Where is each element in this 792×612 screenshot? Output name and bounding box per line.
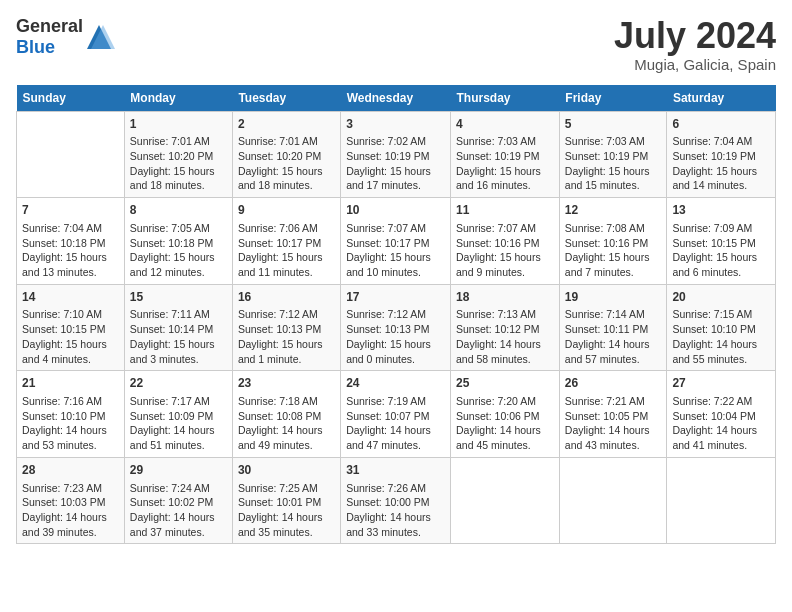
day-number: 8 bbox=[130, 202, 227, 219]
day-number: 17 bbox=[346, 289, 445, 306]
calendar-cell bbox=[451, 457, 560, 544]
day-number: 26 bbox=[565, 375, 662, 392]
calendar-cell: 12Sunrise: 7:08 AM Sunset: 10:16 PM Dayl… bbox=[559, 198, 667, 285]
day-info: Sunrise: 7:16 AM Sunset: 10:10 PM Daylig… bbox=[22, 394, 119, 453]
day-info: Sunrise: 7:03 AM Sunset: 10:19 PM Daylig… bbox=[456, 134, 554, 193]
calendar-cell: 18Sunrise: 7:13 AM Sunset: 10:12 PM Dayl… bbox=[451, 284, 560, 371]
main-title: July 2024 bbox=[614, 16, 776, 56]
calendar-cell: 10Sunrise: 7:07 AM Sunset: 10:17 PM Dayl… bbox=[341, 198, 451, 285]
calendar-cell: 28Sunrise: 7:23 AM Sunset: 10:03 PM Dayl… bbox=[17, 457, 125, 544]
calendar-cell: 29Sunrise: 7:24 AM Sunset: 10:02 PM Dayl… bbox=[124, 457, 232, 544]
calendar-cell: 1Sunrise: 7:01 AM Sunset: 10:20 PM Dayli… bbox=[124, 111, 232, 198]
day-info: Sunrise: 7:18 AM Sunset: 10:08 PM Daylig… bbox=[238, 394, 335, 453]
calendar-cell: 7Sunrise: 7:04 AM Sunset: 10:18 PM Dayli… bbox=[17, 198, 125, 285]
day-info: Sunrise: 7:17 AM Sunset: 10:09 PM Daylig… bbox=[130, 394, 227, 453]
calendar-cell: 19Sunrise: 7:14 AM Sunset: 10:11 PM Dayl… bbox=[559, 284, 667, 371]
day-info: Sunrise: 7:26 AM Sunset: 10:00 PM Daylig… bbox=[346, 481, 445, 540]
logo: General Blue bbox=[16, 16, 115, 58]
calendar-cell: 16Sunrise: 7:12 AM Sunset: 10:13 PM Dayl… bbox=[232, 284, 340, 371]
calendar-cell: 21Sunrise: 7:16 AM Sunset: 10:10 PM Dayl… bbox=[17, 371, 125, 458]
day-info: Sunrise: 7:19 AM Sunset: 10:07 PM Daylig… bbox=[346, 394, 445, 453]
day-info: Sunrise: 7:05 AM Sunset: 10:18 PM Daylig… bbox=[130, 221, 227, 280]
day-number: 14 bbox=[22, 289, 119, 306]
day-number: 23 bbox=[238, 375, 335, 392]
day-info: Sunrise: 7:11 AM Sunset: 10:14 PM Daylig… bbox=[130, 307, 227, 366]
day-header-friday: Friday bbox=[559, 85, 667, 112]
day-number: 24 bbox=[346, 375, 445, 392]
day-info: Sunrise: 7:25 AM Sunset: 10:01 PM Daylig… bbox=[238, 481, 335, 540]
day-info: Sunrise: 7:12 AM Sunset: 10:13 PM Daylig… bbox=[346, 307, 445, 366]
day-info: Sunrise: 7:14 AM Sunset: 10:11 PM Daylig… bbox=[565, 307, 662, 366]
day-info: Sunrise: 7:01 AM Sunset: 10:20 PM Daylig… bbox=[238, 134, 335, 193]
day-info: Sunrise: 7:03 AM Sunset: 10:19 PM Daylig… bbox=[565, 134, 662, 193]
calendar-cell: 6Sunrise: 7:04 AM Sunset: 10:19 PM Dayli… bbox=[667, 111, 776, 198]
calendar-week-row: 7Sunrise: 7:04 AM Sunset: 10:18 PM Dayli… bbox=[17, 198, 776, 285]
day-number: 30 bbox=[238, 462, 335, 479]
day-number: 25 bbox=[456, 375, 554, 392]
day-number: 6 bbox=[672, 116, 770, 133]
calendar-header-row: SundayMondayTuesdayWednesdayThursdayFrid… bbox=[17, 85, 776, 112]
calendar-cell: 30Sunrise: 7:25 AM Sunset: 10:01 PM Dayl… bbox=[232, 457, 340, 544]
day-number: 2 bbox=[238, 116, 335, 133]
day-info: Sunrise: 7:07 AM Sunset: 10:17 PM Daylig… bbox=[346, 221, 445, 280]
day-header-thursday: Thursday bbox=[451, 85, 560, 112]
day-number: 10 bbox=[346, 202, 445, 219]
logo-blue: Blue bbox=[16, 37, 55, 57]
calendar-cell: 14Sunrise: 7:10 AM Sunset: 10:15 PM Dayl… bbox=[17, 284, 125, 371]
calendar-cell: 24Sunrise: 7:19 AM Sunset: 10:07 PM Dayl… bbox=[341, 371, 451, 458]
day-number: 7 bbox=[22, 202, 119, 219]
day-number: 5 bbox=[565, 116, 662, 133]
day-number: 9 bbox=[238, 202, 335, 219]
calendar-cell: 13Sunrise: 7:09 AM Sunset: 10:15 PM Dayl… bbox=[667, 198, 776, 285]
subtitle: Mugia, Galicia, Spain bbox=[614, 56, 776, 73]
day-info: Sunrise: 7:02 AM Sunset: 10:19 PM Daylig… bbox=[346, 134, 445, 193]
calendar-week-row: 28Sunrise: 7:23 AM Sunset: 10:03 PM Dayl… bbox=[17, 457, 776, 544]
day-info: Sunrise: 7:01 AM Sunset: 10:20 PM Daylig… bbox=[130, 134, 227, 193]
day-number: 28 bbox=[22, 462, 119, 479]
day-header-tuesday: Tuesday bbox=[232, 85, 340, 112]
calendar-cell: 17Sunrise: 7:12 AM Sunset: 10:13 PM Dayl… bbox=[341, 284, 451, 371]
day-number: 20 bbox=[672, 289, 770, 306]
calendar-cell: 4Sunrise: 7:03 AM Sunset: 10:19 PM Dayli… bbox=[451, 111, 560, 198]
calendar-week-row: 1Sunrise: 7:01 AM Sunset: 10:20 PM Dayli… bbox=[17, 111, 776, 198]
day-info: Sunrise: 7:24 AM Sunset: 10:02 PM Daylig… bbox=[130, 481, 227, 540]
day-number: 12 bbox=[565, 202, 662, 219]
day-number: 22 bbox=[130, 375, 227, 392]
day-info: Sunrise: 7:07 AM Sunset: 10:16 PM Daylig… bbox=[456, 221, 554, 280]
day-info: Sunrise: 7:06 AM Sunset: 10:17 PM Daylig… bbox=[238, 221, 335, 280]
logo-general: General bbox=[16, 16, 83, 36]
calendar-week-row: 14Sunrise: 7:10 AM Sunset: 10:15 PM Dayl… bbox=[17, 284, 776, 371]
calendar-cell bbox=[667, 457, 776, 544]
day-number: 13 bbox=[672, 202, 770, 219]
day-info: Sunrise: 7:21 AM Sunset: 10:05 PM Daylig… bbox=[565, 394, 662, 453]
day-header-wednesday: Wednesday bbox=[341, 85, 451, 112]
day-info: Sunrise: 7:12 AM Sunset: 10:13 PM Daylig… bbox=[238, 307, 335, 366]
calendar-cell: 27Sunrise: 7:22 AM Sunset: 10:04 PM Dayl… bbox=[667, 371, 776, 458]
logo-icon bbox=[83, 21, 115, 53]
day-number: 16 bbox=[238, 289, 335, 306]
calendar-cell: 26Sunrise: 7:21 AM Sunset: 10:05 PM Dayl… bbox=[559, 371, 667, 458]
title-block: July 2024 Mugia, Galicia, Spain bbox=[614, 16, 776, 73]
day-number: 27 bbox=[672, 375, 770, 392]
calendar-cell: 23Sunrise: 7:18 AM Sunset: 10:08 PM Dayl… bbox=[232, 371, 340, 458]
day-header-saturday: Saturday bbox=[667, 85, 776, 112]
day-info: Sunrise: 7:04 AM Sunset: 10:19 PM Daylig… bbox=[672, 134, 770, 193]
day-header-monday: Monday bbox=[124, 85, 232, 112]
day-info: Sunrise: 7:08 AM Sunset: 10:16 PM Daylig… bbox=[565, 221, 662, 280]
day-number: 15 bbox=[130, 289, 227, 306]
calendar-cell: 15Sunrise: 7:11 AM Sunset: 10:14 PM Dayl… bbox=[124, 284, 232, 371]
calendar-cell: 2Sunrise: 7:01 AM Sunset: 10:20 PM Dayli… bbox=[232, 111, 340, 198]
calendar-cell: 5Sunrise: 7:03 AM Sunset: 10:19 PM Dayli… bbox=[559, 111, 667, 198]
calendar-cell: 25Sunrise: 7:20 AM Sunset: 10:06 PM Dayl… bbox=[451, 371, 560, 458]
calendar-cell: 20Sunrise: 7:15 AM Sunset: 10:10 PM Dayl… bbox=[667, 284, 776, 371]
calendar-cell: 31Sunrise: 7:26 AM Sunset: 10:00 PM Dayl… bbox=[341, 457, 451, 544]
calendar-cell: 22Sunrise: 7:17 AM Sunset: 10:09 PM Dayl… bbox=[124, 371, 232, 458]
calendar-table: SundayMondayTuesdayWednesdayThursdayFrid… bbox=[16, 85, 776, 545]
day-number: 18 bbox=[456, 289, 554, 306]
day-header-sunday: Sunday bbox=[17, 85, 125, 112]
day-info: Sunrise: 7:09 AM Sunset: 10:15 PM Daylig… bbox=[672, 221, 770, 280]
calendar-cell: 8Sunrise: 7:05 AM Sunset: 10:18 PM Dayli… bbox=[124, 198, 232, 285]
day-number: 11 bbox=[456, 202, 554, 219]
day-number: 3 bbox=[346, 116, 445, 133]
day-info: Sunrise: 7:22 AM Sunset: 10:04 PM Daylig… bbox=[672, 394, 770, 453]
